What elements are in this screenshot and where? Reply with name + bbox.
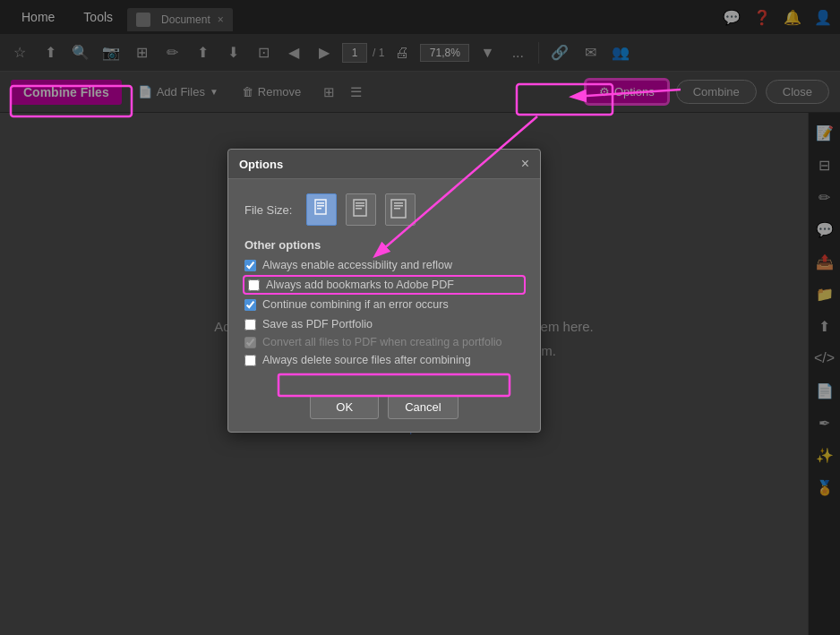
svg-rect-5 [356, 202, 364, 204]
opt1-label: Always enable accessibility and reflow [262, 259, 452, 271]
svg-rect-0 [315, 200, 326, 214]
opt1-checkbox[interactable] [244, 260, 256, 271]
size-medium-button[interactable] [346, 193, 376, 226]
option-row-1: Always enable accessibility and reflow [244, 259, 524, 271]
dialog-overlay: Options × File Size: Other options [0, 0, 840, 635]
ok-button[interactable]: OK [310, 395, 379, 419]
svg-rect-6 [356, 205, 364, 207]
dialog-footer: OK Cancel [228, 386, 540, 432]
opt3-checkbox[interactable] [244, 299, 256, 311]
dialog-close-icon[interactable]: × [521, 157, 529, 171]
opt4-checkbox[interactable] [244, 319, 256, 330]
option-row-2: Always add bookmarks to Adobe PDF [244, 277, 524, 293]
options-dialog: Options × File Size: Other options [227, 149, 541, 433]
opt6-checkbox[interactable] [244, 355, 256, 366]
other-options-label: Other options [244, 238, 524, 252]
svg-rect-11 [394, 208, 400, 210]
option-row-4: Save as PDF Portfolio [244, 318, 524, 330]
opt6-label: Always delete source files after combini… [262, 354, 471, 366]
svg-rect-1 [317, 202, 324, 204]
size-small-button[interactable] [306, 193, 337, 226]
file-size-label: File Size: [244, 203, 292, 217]
opt5-checkbox[interactable] [244, 337, 256, 348]
opt2-label: Always add bookmarks to Adobe PDF [266, 279, 454, 291]
svg-rect-10 [394, 205, 403, 207]
option-row-5: Convert all files to PDF when creating a… [244, 336, 524, 348]
svg-rect-7 [356, 208, 362, 210]
size-large-button[interactable] [385, 193, 416, 226]
svg-rect-3 [317, 208, 321, 210]
file-size-row: File Size: [244, 193, 524, 226]
option-row-3: Continue combining if an error occurs [244, 298, 524, 311]
opt5-label: Convert all files to PDF when creating a… [262, 336, 502, 348]
opt2-checkbox[interactable] [248, 279, 260, 291]
dialog-header: Options × [228, 150, 540, 179]
dialog-title: Options [239, 158, 283, 171]
svg-rect-9 [394, 202, 403, 204]
cancel-button[interactable]: Cancel [388, 395, 458, 419]
dialog-body: File Size: Other options Always enable a… [228, 179, 540, 386]
option-row-6: Always delete source files after combini… [244, 354, 524, 366]
opt4-label: Save as PDF Portfolio [262, 318, 373, 330]
svg-rect-2 [317, 205, 324, 207]
opt3-label: Continue combining if an error occurs [262, 298, 449, 311]
